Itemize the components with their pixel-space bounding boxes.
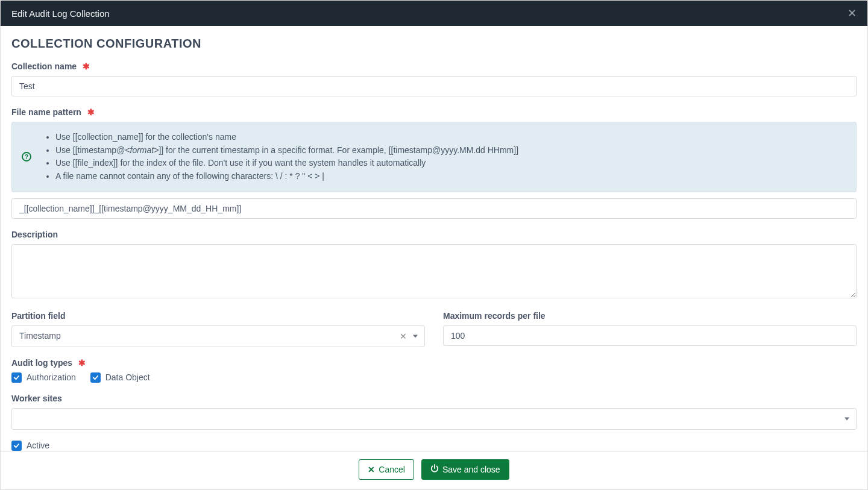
help-item: Use [[timestamp@<format>]] for the curre…	[55, 144, 845, 157]
audit-log-types-checkboxes: Authorization Data Object	[11, 372, 857, 383]
save-and-close-button[interactable]: Save and close	[421, 459, 509, 480]
clear-icon[interactable]: ✕	[400, 331, 407, 341]
help-item: Use [[file_index]] for the index of the …	[55, 157, 845, 170]
max-records-group: Maximum records per file	[443, 311, 857, 347]
max-records-input[interactable]	[443, 325, 857, 346]
active-checkbox-item: Active	[11, 441, 857, 451]
cancel-button[interactable]: ✕ Cancel	[359, 459, 414, 480]
required-icon: ✱	[83, 61, 90, 71]
power-icon	[430, 464, 439, 475]
file-name-pattern-input[interactable]	[11, 198, 857, 219]
worker-sites-label: Worker sites	[11, 394, 62, 403]
description-label: Description	[11, 230, 58, 239]
modal-header: Edit Audit Log Collection ✕	[1, 1, 867, 26]
description-textarea[interactable]	[11, 244, 857, 298]
section-title: COLLECTION CONFIGURATION	[11, 37, 857, 51]
description-group: Description	[11, 230, 857, 300]
audit-log-types-group: Audit log types ✱ Authorization Data Obj…	[11, 358, 857, 383]
max-records-label: Maximum records per file	[443, 311, 546, 321]
chevron-down-icon	[413, 335, 418, 338]
active-checkbox[interactable]	[11, 441, 22, 451]
partition-field-label: Partition field	[11, 311, 65, 321]
close-icon: ✕	[368, 465, 375, 475]
data-object-checkbox[interactable]	[90, 372, 101, 383]
close-icon[interactable]: ✕	[848, 8, 857, 19]
partition-max-row: Partition field Timestamp ✕ Maximum reco…	[11, 311, 857, 358]
svg-text:?: ?	[25, 154, 28, 160]
data-object-checkbox-item: Data Object	[90, 372, 150, 383]
authorization-checkbox[interactable]	[11, 372, 22, 383]
modal-footer: ✕ Cancel Save and close	[1, 451, 867, 489]
partition-field-value: Timestamp	[11, 325, 425, 347]
file-name-pattern-label: File name pattern ✱	[11, 107, 95, 117]
worker-sites-value	[11, 408, 857, 430]
edit-audit-log-modal: Edit Audit Log Collection ✕ COLLECTION C…	[0, 0, 868, 490]
active-group: Active	[11, 441, 857, 451]
chevron-down-icon	[844, 417, 849, 420]
authorization-label: Authorization	[27, 372, 76, 382]
modal-body: COLLECTION CONFIGURATION Collection name…	[1, 26, 867, 451]
worker-sites-select[interactable]	[11, 408, 857, 430]
help-icon: ?	[22, 152, 31, 162]
authorization-checkbox-item: Authorization	[11, 372, 76, 383]
partition-field-select[interactable]: Timestamp ✕	[11, 325, 425, 347]
file-name-pattern-group: File name pattern ✱ ? Use [[collection_n…	[11, 107, 857, 219]
active-label: Active	[27, 441, 49, 450]
collection-name-input[interactable]	[11, 76, 857, 96]
required-icon: ✱	[87, 107, 95, 117]
required-icon: ✱	[78, 358, 86, 368]
data-object-label: Data Object	[105, 372, 150, 382]
collection-name-group: Collection name ✱	[11, 61, 857, 96]
help-item: Use [[collection_name]] for the collecti…	[55, 131, 845, 144]
help-item: A file name cannot contain any of the fo…	[55, 170, 845, 183]
worker-sites-group: Worker sites	[11, 394, 857, 430]
audit-log-types-label: Audit log types ✱	[11, 358, 86, 368]
file-name-pattern-help: ? Use [[collection_name]] for the collec…	[11, 122, 857, 192]
collection-name-label: Collection name ✱	[11, 61, 90, 71]
modal-title: Edit Audit Log Collection	[11, 8, 110, 19]
partition-field-group: Partition field Timestamp ✕	[11, 311, 425, 347]
